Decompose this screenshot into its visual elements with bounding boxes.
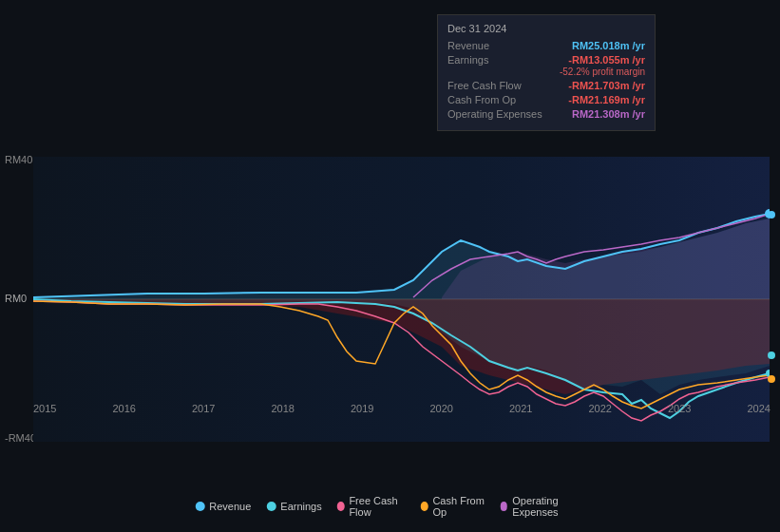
tooltip-opex-row: Operating Expenses RM21.308m /yr xyxy=(447,108,645,120)
right-indicator-revenue xyxy=(768,211,775,218)
tooltip-cashfromop-label: Cash From Op xyxy=(447,94,516,105)
legend-dot-revenue xyxy=(195,502,204,511)
tooltip-revenue-value: RM25.018m /yr xyxy=(572,40,645,51)
legend-label-earnings: Earnings xyxy=(280,501,321,512)
legend-label-opex: Operating Expenses xyxy=(512,495,585,518)
tooltip-earnings-label: Earnings xyxy=(447,54,488,66)
legend-dot-opex xyxy=(501,502,508,511)
x-label-2019: 2019 xyxy=(351,403,373,414)
tooltip-fcf-value: -RM21.703m /yr xyxy=(568,80,645,91)
legend-dot-fcf xyxy=(337,502,345,511)
tooltip-date: Dec 31 2024 xyxy=(447,23,645,34)
chart-legend: Revenue Earnings Free Cash Flow Cash Fro… xyxy=(195,495,585,518)
legend-dot-earnings xyxy=(266,502,276,511)
tooltip-revenue-label: Revenue xyxy=(447,40,489,51)
y-label-mid: RM0 xyxy=(5,293,27,304)
tooltip-fcf-label: Free Cash Flow xyxy=(447,80,522,91)
x-label-2020: 2020 xyxy=(430,403,453,414)
x-label-2022: 2022 xyxy=(589,403,612,414)
legend-item-earnings[interactable]: Earnings xyxy=(266,501,321,512)
legend-item-cashfromop[interactable]: Cash From Op xyxy=(421,495,485,518)
tooltip-cashfromop-row: Cash From Op -RM21.169m /yr xyxy=(447,94,645,105)
x-label-2016: 2016 xyxy=(113,403,136,414)
chart-container: Dec 31 2024 Revenue RM25.018m /yr Earnin… xyxy=(0,0,780,532)
x-label-2024: 2024 xyxy=(748,403,770,414)
legend-label-revenue: Revenue xyxy=(209,501,251,512)
tooltip-earnings-row: Earnings -RM13.055m /yr xyxy=(447,54,645,66)
chart-svg xyxy=(33,157,770,442)
x-label-2017: 2017 xyxy=(192,403,215,414)
legend-label-cashfromop: Cash From Op xyxy=(432,495,485,518)
x-label-2015: 2015 xyxy=(33,403,56,414)
tooltip-opex-value: RM21.308m /yr xyxy=(572,108,645,120)
legend-item-opex[interactable]: Operating Expenses xyxy=(501,495,585,518)
x-label-2021: 2021 xyxy=(509,403,532,414)
right-indicator-cashfromop xyxy=(768,375,775,383)
tooltip-earnings-value: -RM13.055m /yr xyxy=(568,54,645,66)
x-label-2018: 2018 xyxy=(272,403,295,414)
legend-item-fcf[interactable]: Free Cash Flow xyxy=(337,495,406,518)
tooltip-opex-label: Operating Expenses xyxy=(447,108,542,120)
tooltip-box: Dec 31 2024 Revenue RM25.018m /yr Earnin… xyxy=(437,14,656,131)
x-label-2023: 2023 xyxy=(668,403,691,414)
tooltip-profit-margin: -52.2% profit margin xyxy=(447,66,645,77)
legend-label-fcf: Free Cash Flow xyxy=(349,495,405,518)
tooltip-fcf-row: Free Cash Flow -RM21.703m /yr xyxy=(447,80,645,91)
legend-dot-cashfromop xyxy=(421,502,428,511)
tooltip-cashfromop-value: -RM21.169m /yr xyxy=(568,94,645,105)
legend-item-revenue[interactable]: Revenue xyxy=(195,501,251,512)
tooltip-revenue-row: Revenue RM25.018m /yr xyxy=(447,40,645,51)
right-indicator-earnings xyxy=(768,352,775,359)
x-axis: 2015 2016 2017 2018 2019 2020 2021 2022 … xyxy=(33,462,770,473)
